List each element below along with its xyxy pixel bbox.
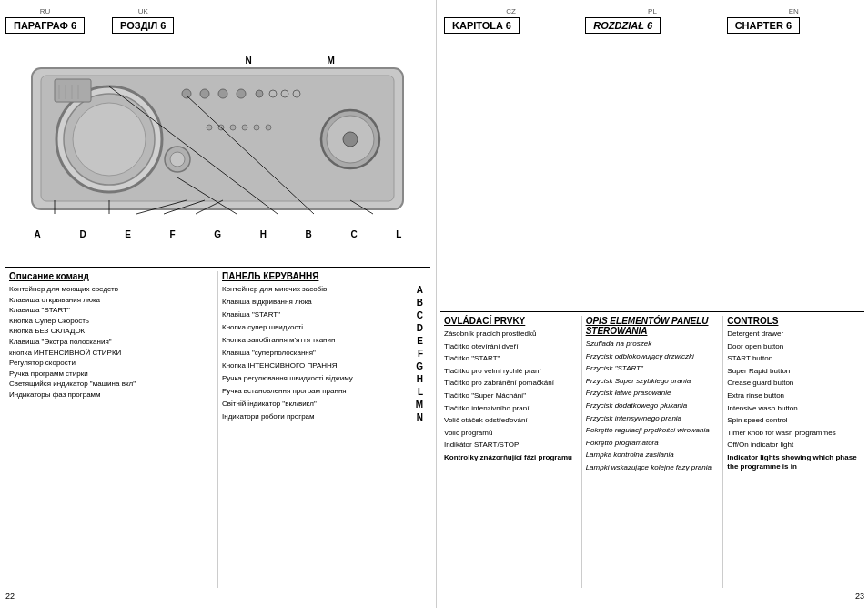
label-L: L	[396, 229, 401, 239]
machine-wrapper: N M	[27, 59, 409, 239]
label-B: B	[306, 229, 312, 239]
page-container: RU ПАРАГРАФ 6 UK РОЗДІЛ 6 N M	[0, 0, 868, 608]
chapter-headers: RU ПАРАГРАФ 6 UK РОЗДІЛ 6	[5, 7, 430, 34]
left-page-num: 22	[5, 592, 430, 601]
pl-chapter-label: ROZDZIAŁ 6	[585, 17, 661, 34]
svg-point-12	[218, 89, 227, 98]
en-header-col: EN CHAPTER 6	[723, 7, 864, 34]
cz-item-L: Volič programů	[444, 429, 578, 438]
label-D: D	[79, 229, 86, 239]
pl-item-D: Przycisk Super szybkiego prania	[586, 377, 720, 386]
cz-item-G: Tlačítko intenzivního praní	[444, 404, 578, 413]
svg-point-22	[170, 152, 185, 167]
en-item-L: Timer knob for wash programmes	[727, 429, 861, 438]
svg-point-20	[343, 132, 358, 147]
en-item-B: Door open button	[727, 342, 861, 351]
en-flag: EN	[727, 7, 861, 15]
en-item-N: Indicator lights showing which phase the…	[727, 453, 861, 471]
uk-item-C: Клавіша "START" C	[222, 310, 427, 321]
cz-item-H: Volič otáček odstřeďování	[444, 416, 578, 425]
uk-controls-col: ПАНЕЛЬ КЕРУВАННЯ Контейнер для миючих за…	[218, 271, 430, 588]
right-page-num: 23	[440, 592, 864, 601]
label-M: M	[328, 56, 335, 66]
uk-item-F: Клавіша "суперполоскання" F	[222, 349, 427, 360]
cz-ctrl-col: OVLÁDACÍ PRVKY Zásobník pracích prostřed…	[440, 316, 582, 588]
svg-point-4	[73, 103, 146, 176]
svg-rect-5	[55, 79, 91, 102]
ru-item-A: Контейнер для моющих средств	[9, 285, 214, 294]
uk-item-G: Кнопка ІНТЕНСИВНОГО ПРАННЯ G	[222, 361, 427, 372]
right-diagram-spacer	[440, 39, 864, 311]
cz-chapter-label: KAPITOLA 6	[444, 17, 520, 34]
right-controls-section: OVLÁDACÍ PRVKY Zásobník pracích prostřed…	[440, 311, 864, 588]
cz-flag: CZ	[444, 7, 578, 15]
svg-point-15	[269, 90, 277, 97]
uk-item-D: Кнопка супер швидкості D	[222, 323, 427, 334]
svg-point-25	[230, 125, 236, 130]
label-H: H	[260, 229, 267, 239]
ru-controls-col: Описание команд Контейнер для моющих сре…	[5, 271, 218, 588]
uk-item-B: Клавіша відкривання люка B	[222, 298, 427, 309]
ru-item-C: Клавиша "START"	[9, 306, 214, 315]
label-G: G	[214, 229, 221, 239]
ru-header: RU ПАРАГРАФ 6	[5, 7, 85, 34]
ru-item-G: кнопка ИНТЕНСИВНОЙ СТИРКИ	[9, 349, 214, 358]
en-item-E: Crease guard button	[727, 379, 861, 388]
en-item-C: START button	[727, 354, 861, 363]
ru-item-E: Кнопка БЕЗ СКЛАДОК	[9, 327, 214, 336]
svg-point-26	[242, 125, 247, 130]
uk-item-A: Контейнер для миючих засобів A	[222, 285, 427, 296]
pl-item-E: Przycisk łatwe prasowanie	[586, 389, 720, 398]
svg-point-10	[182, 89, 191, 98]
uk-flag: UK	[138, 7, 148, 15]
cz-controls-title: OVLÁDACÍ PRVKY	[444, 316, 578, 326]
en-item-G: Intensive wash button	[727, 404, 861, 413]
uk-item-N: Індикатори роботи програм N	[222, 412, 427, 423]
cz-item-A: Zásobník pracích prostředků	[444, 329, 578, 339]
right-chapter-headers: CZ KAPITOLA 6 PL ROZDZIAŁ 6 EN CHAPTER 6	[440, 7, 864, 34]
uk-item-H: Ручка регулювання швидкості віджиму H	[222, 374, 427, 385]
svg-point-11	[200, 89, 209, 98]
controls-section: Описание команд Контейнер для моющих сре…	[5, 267, 430, 588]
cz-item-D: Tlačítko pro velmi rychlé praní	[444, 367, 578, 376]
svg-point-13	[237, 89, 246, 98]
label-N: N	[246, 56, 252, 66]
ru-item-H: Регулятор скорости	[9, 359, 214, 368]
label-C: C	[350, 229, 357, 239]
svg-point-16	[281, 90, 288, 97]
ru-controls-title: Описание команд	[9, 271, 214, 281]
cz-item-E: Tlačítko pro zabránění pomačkání	[444, 379, 578, 388]
machine-diagram-svg	[27, 59, 409, 228]
svg-point-28	[266, 125, 271, 130]
ru-item-M: Светящийся индикатор "машина вкл"	[9, 380, 214, 389]
ru-item-F: Клавиша "Экстра полоскания"	[9, 338, 214, 347]
uk-item-E: Кнопка запобігання м'яття тканин E	[222, 336, 427, 347]
en-item-D: Super Rapid button	[727, 367, 861, 376]
cz-item-C: Tlačítko "START"	[444, 354, 578, 363]
pl-item-A: Szuflada na proszek	[586, 339, 720, 349]
ru-item-L: Ручка программ стирки	[9, 370, 214, 379]
uk-chapter-label: РОЗДІЛ 6	[112, 17, 174, 34]
en-item-F: Extra rinse button	[727, 391, 861, 400]
pl-flag: PL	[585, 7, 719, 15]
cz-item-B: Tlačítko otevírání dveří	[444, 342, 578, 351]
pl-ctrl-col: OPIS ELEMENTÓW PANELU STEROWANIA Szuflad…	[582, 316, 724, 588]
svg-point-23	[207, 125, 212, 130]
pl-item-N: Lampki wskazujące kolejne fazy prania	[586, 463, 720, 472]
pl-header-col: PL ROZDZIAŁ 6	[581, 7, 722, 34]
svg-point-27	[254, 125, 259, 130]
uk-controls-title: ПАНЕЛЬ КЕРУВАННЯ	[222, 271, 427, 281]
pl-item-H: Pokrętto regulacji prędkości wirowania	[586, 426, 720, 435]
svg-point-14	[256, 90, 263, 97]
pl-item-F: Przycisk dodatkowego płukania	[586, 401, 720, 410]
pl-item-C: Przycisk "START"	[586, 364, 720, 373]
cz-header-col: CZ KAPITOLA 6	[440, 7, 581, 34]
ru-item-D: Кнопка Супер Скорость	[9, 317, 214, 326]
cz-item-F: Tlačítko "Super Máchání"	[444, 391, 578, 400]
uk-item-M: Світній індикатор "вкл/викл" M	[222, 400, 427, 410]
en-ctrl-col: CONTROLS Detergent drawer Door open butt…	[723, 316, 864, 588]
ru-item-B: Клавиша открывания люка	[9, 296, 214, 305]
pl-item-G: Przycisk intensywnego prania	[586, 414, 720, 423]
bottom-labels: A D E F G H B C L	[27, 229, 409, 239]
right-half: CZ KAPITOLA 6 PL ROZDZIAŁ 6 EN CHAPTER 6…	[437, 0, 868, 608]
